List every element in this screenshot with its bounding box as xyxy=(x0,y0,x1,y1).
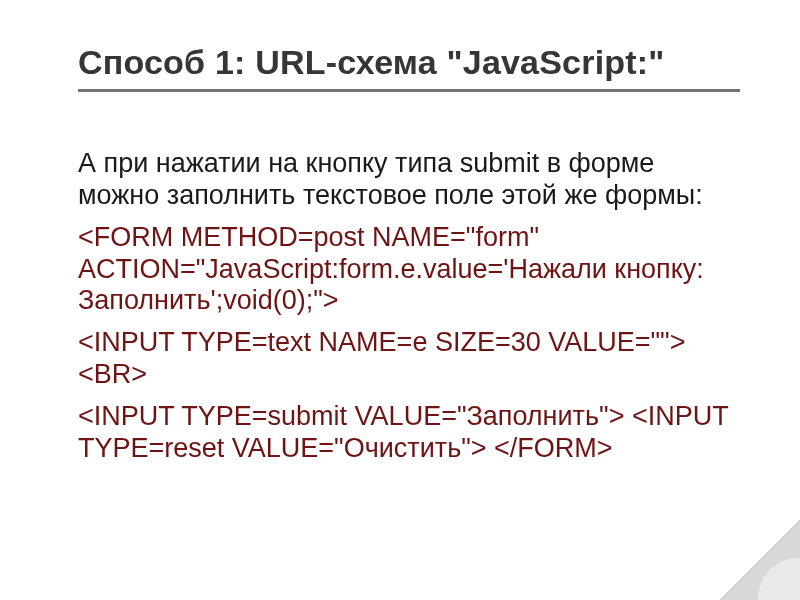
slide-title: Способ 1: URL-схема "JavaScript:" xyxy=(78,42,740,92)
intro-text: А при нажатии на кнопку типа submit в фо… xyxy=(78,148,740,212)
page-curl-icon xyxy=(720,520,800,600)
title-underline xyxy=(78,89,740,92)
code-line-2: <INPUT TYPE=text NAME=e SIZE=30 VALUE=""… xyxy=(78,327,740,391)
title-text: Способ 1: URL-схема "JavaScript:" xyxy=(78,43,665,81)
slide-body: А при нажатии на кнопку типа submit в фо… xyxy=(78,148,740,475)
slide: Способ 1: URL-схема "JavaScript:" А при … xyxy=(0,0,800,600)
code-line-3: <INPUT TYPE=submit VALUE="Заполнить"> <I… xyxy=(78,401,740,465)
code-line-1: <FORM METHOD=post NAME="form" ACTION="Ja… xyxy=(78,222,740,318)
